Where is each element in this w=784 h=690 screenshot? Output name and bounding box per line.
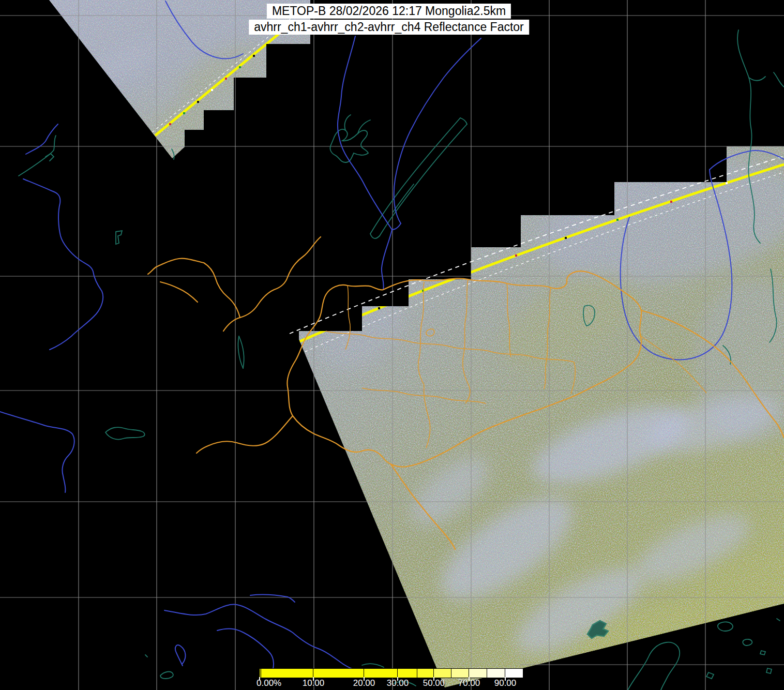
colorbar-segment	[469, 669, 487, 678]
border-altai-northwest	[223, 237, 321, 331]
colorbar-label: 0.00%	[257, 678, 281, 688]
small-lake	[105, 427, 145, 439]
colorbar-label: 10.00	[303, 678, 325, 688]
colorbar-label: 50.00	[423, 678, 445, 688]
sensor-noise-texture	[290, 140, 784, 690]
colorbar-label: 20.00	[353, 678, 375, 688]
colorbar-label: 70.00	[458, 678, 480, 688]
map-canvas	[0, 0, 784, 690]
colorbar-segment	[505, 669, 523, 678]
river-bottom-left	[164, 605, 367, 674]
coastline-bottom-right	[628, 642, 680, 690]
colorbar-segment	[451, 669, 469, 678]
colorbar-label: 30.00	[387, 678, 409, 688]
olkhon-island	[393, 184, 414, 212]
colorbar-segment	[434, 669, 451, 678]
bratsk-reservoir-outline	[330, 129, 368, 162]
satellite-swath-right	[290, 140, 784, 690]
reflectance-colorbar	[259, 668, 523, 678]
colorbar-segment	[364, 669, 398, 678]
river-angara	[338, 36, 392, 230]
colorbar-segment	[261, 669, 313, 678]
colorbar-segment	[398, 669, 417, 678]
colorbar-segment	[417, 669, 434, 678]
colorbar-segment	[487, 669, 505, 678]
satellite-image-viewer: METOP-B 28/02/2026 12:17 Mongolia2.5km a…	[0, 0, 784, 690]
image-title: METOP-B 28/02/2026 12:17 Mongolia2.5km	[267, 4, 511, 19]
image-subtitle-channels: avhrr_ch1-avhrr_ch2-avhrr_ch4 Reflectanc…	[249, 20, 529, 35]
colorbar-segment	[313, 669, 364, 678]
river-selenga	[382, 230, 392, 290]
colorbar-label: 90.00	[494, 678, 517, 688]
